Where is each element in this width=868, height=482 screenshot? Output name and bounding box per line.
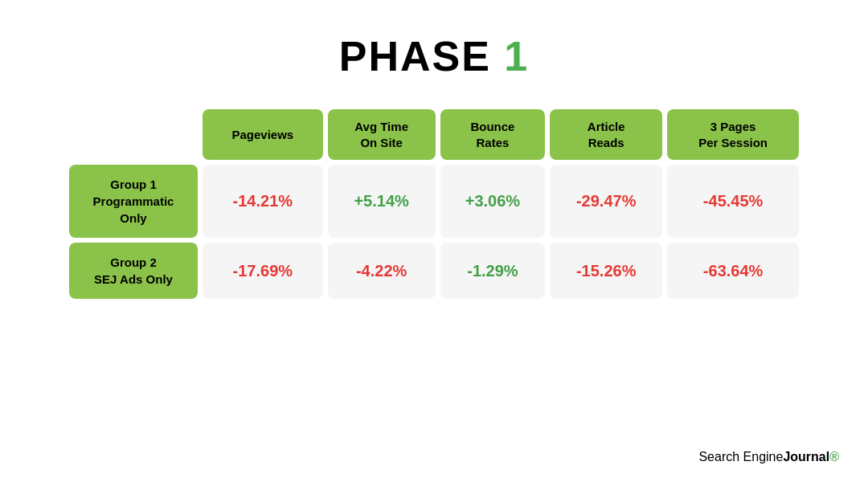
branding-dot: ® [829, 450, 839, 464]
group1-article-reads: -29.47% [550, 165, 662, 238]
data-table: Pageviews Avg TimeOn Site BounceRates Ar… [64, 104, 804, 304]
branding: Search EngineJournal® [698, 450, 839, 464]
group2-pageviews: -17.69% [203, 243, 323, 299]
group2-pages-per-session: -63.64% [667, 243, 799, 299]
group2-bounce-rates: -1.29% [440, 243, 546, 299]
row-label-group1: Group 1ProgrammaticOnly [69, 165, 198, 238]
table-row: Group 2SEJ Ads Only -17.69% -4.22% -1.29… [69, 243, 799, 299]
branding-journal: Journal [783, 450, 829, 464]
branding-search-engine: Search Engine [698, 450, 783, 464]
header-avg-time: Avg TimeOn Site [328, 109, 436, 160]
group1-pageviews: -14.21% [203, 165, 323, 238]
group2-avg-time: -4.22% [328, 243, 436, 299]
corner-cell [69, 109, 198, 160]
header-bounce-rates: BounceRates [440, 109, 546, 160]
row-label-group2: Group 2SEJ Ads Only [69, 243, 198, 299]
group1-bounce-rates: +3.06% [440, 165, 546, 238]
header-pageviews: Pageviews [203, 109, 323, 160]
page-title: PHASE 1 [339, 32, 530, 80]
table-container: Pageviews Avg TimeOn Site BounceRates Ar… [64, 104, 804, 304]
title-number: 1 [504, 33, 529, 80]
group1-avg-time: +5.14% [328, 165, 436, 238]
table-row: Group 1ProgrammaticOnly -14.21% +5.14% +… [69, 165, 799, 238]
group1-pages-per-session: -45.45% [667, 165, 799, 238]
title-text: PHASE [339, 33, 491, 80]
group2-article-reads: -15.26% [550, 243, 662, 299]
header-pages-per-session: 3 PagesPer Session [667, 109, 799, 160]
header-article-reads: ArticleReads [550, 109, 662, 160]
